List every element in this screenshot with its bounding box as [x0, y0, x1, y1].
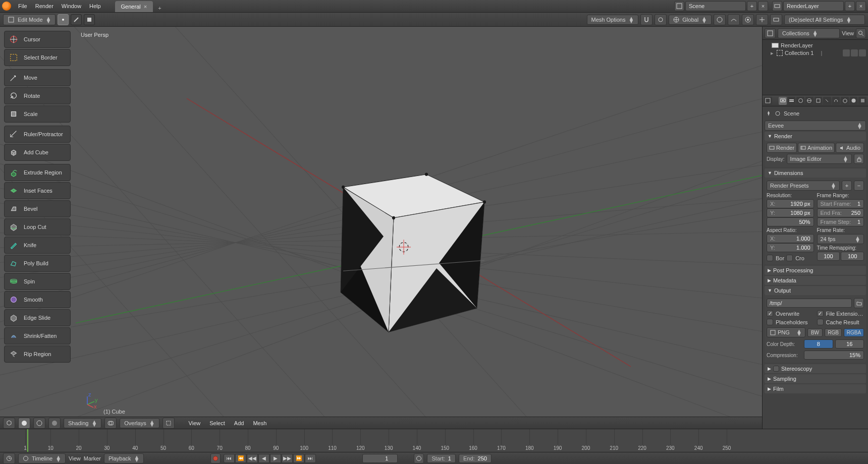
snap-toggle[interactable]	[640, 14, 653, 25]
jump-to-keyframe-prev-button[interactable]: ⏪	[235, 454, 246, 463]
resolution-y-field[interactable]: Y:1080 px	[767, 208, 814, 217]
audio-button[interactable]: Audio	[836, 143, 864, 153]
shading-wire-button[interactable]	[33, 418, 45, 429]
pin-icon[interactable]	[766, 110, 772, 117]
outliner-display-mode-dropdown[interactable]: Collections▲▼	[778, 28, 840, 38]
overlay-toggle[interactable]	[104, 418, 117, 429]
tool-loop-cut[interactable]: Loop Cut	[4, 218, 71, 236]
shading-solid-button[interactable]	[18, 418, 30, 429]
color-depth-16[interactable]: 16	[835, 339, 864, 349]
timeline-mode-dropdown[interactable]: Timeline▲▼	[18, 453, 66, 463]
jump-to-start-button[interactable]: ⏮	[224, 454, 235, 463]
face-select-mode[interactable]	[84, 14, 95, 25]
play-button[interactable]: ▶	[270, 454, 281, 463]
tool-bevel[interactable]: Bevel	[4, 200, 71, 217]
selectable-toggle-icon[interactable]	[851, 49, 858, 56]
snap-element-dropdown[interactable]	[655, 14, 667, 25]
preset-remove-button[interactable]: −	[854, 181, 864, 191]
current-frame-field[interactable]: 1	[362, 454, 398, 463]
resolution-x-field[interactable]: X:1920 px	[767, 199, 814, 208]
menu-window[interactable]: Window	[58, 1, 85, 11]
tool-inset-faces[interactable]: Inset Faces	[4, 182, 71, 199]
viewport-menu-view[interactable]: View	[186, 419, 204, 427]
tool-shrink-fatten[interactable]: Shrink/Fatten	[4, 327, 71, 344]
panel-film[interactable]: ▶Film	[765, 384, 866, 393]
panel-output[interactable]: ▼Output	[765, 286, 866, 295]
disclosure-icon[interactable]: ▸	[770, 50, 775, 56]
viewport-menu-add[interactable]: Add	[231, 419, 247, 427]
scene-add-button[interactable]: +	[747, 1, 757, 11]
timeline-editor-type[interactable]	[3, 453, 15, 464]
tab-object[interactable]	[815, 97, 823, 105]
tab-data[interactable]	[841, 97, 849, 105]
lock-interface-button[interactable]	[854, 154, 864, 164]
tool-poly-build[interactable]: Poly Build	[4, 255, 71, 272]
manipulator-toggle[interactable]	[756, 14, 768, 25]
renderlayer-browse-button[interactable]	[772, 1, 782, 11]
3d-viewport[interactable]: User Persp Cursor Select Border Move Rot…	[0, 27, 762, 429]
frame-step-field[interactable]: Frame Step:1	[817, 217, 864, 226]
panel-stereoscopy[interactable]: ▶Stereoscopy	[765, 364, 866, 373]
renderlayer-delete-button[interactable]: ×	[856, 1, 866, 11]
pivot-point-dropdown[interactable]	[742, 14, 754, 25]
tool-scale[interactable]: Scale	[4, 105, 71, 123]
aspect-y-field[interactable]: Y:1.000	[767, 243, 814, 252]
proportional-falloff-dropdown[interactable]	[728, 14, 740, 25]
transform-orientation-dropdown[interactable]: Global▲▼	[669, 15, 712, 25]
edge-select-mode[interactable]	[71, 14, 82, 25]
mesh-options-dropdown[interactable]: Mesh Options▲▼	[587, 15, 639, 25]
scene-name-field[interactable]: Scene	[685, 1, 746, 11]
close-icon[interactable]: ×	[144, 4, 147, 10]
panel-sampling[interactable]: ▶Sampling	[765, 374, 866, 383]
timeline-menu-view[interactable]: View	[69, 455, 81, 461]
frame-rate-dropdown[interactable]: 24 fps▲▼	[817, 234, 864, 244]
xray-toggle[interactable]	[162, 418, 175, 429]
crop-checkbox[interactable]: Cro	[786, 254, 804, 262]
tool-extrude-region[interactable]: Extrude Region	[4, 164, 71, 181]
color-mode-rgba[interactable]: RGBA	[844, 328, 864, 337]
tool-select-border[interactable]: Select Border	[4, 49, 71, 66]
color-mode-rgb[interactable]: RGB	[825, 328, 842, 337]
placeholders-checkbox[interactable]: Placeholders	[767, 318, 814, 326]
overwrite-checkbox[interactable]: Overwrite	[767, 309, 814, 318]
scene-browse-button[interactable]	[674, 1, 684, 11]
deselect-all-settings-dropdown[interactable]: (De)select All Settings▲▼	[784, 15, 865, 25]
menu-file[interactable]: File	[14, 1, 31, 11]
tab-material[interactable]	[850, 97, 858, 105]
tool-rotate[interactable]: Rotate	[4, 87, 71, 104]
playback-dropdown[interactable]: Playback▲▼	[104, 453, 144, 463]
proportional-edit-toggle[interactable]	[714, 14, 726, 25]
tab-texture[interactable]	[858, 97, 866, 105]
start-frame-field[interactable]: Start Frame:1	[817, 199, 864, 208]
use-preview-range-button[interactable]	[414, 453, 424, 463]
output-path-field[interactable]: /tmp/	[767, 299, 852, 308]
tab-renderlayers[interactable]	[788, 97, 796, 105]
panel-metadata[interactable]: ▶Metadata	[765, 276, 866, 285]
render-button[interactable]: Render	[767, 143, 797, 153]
end-frame-field-timeline[interactable]: End:250	[459, 454, 492, 463]
outliner-editor-type[interactable]	[765, 28, 776, 38]
tab-icon-editor[interactable]	[764, 97, 772, 105]
resolution-percent-field[interactable]: 50%	[767, 217, 814, 226]
tab-modifiers[interactable]	[832, 97, 840, 105]
tool-move[interactable]: Move	[4, 69, 71, 86]
animation-button[interactable]: Animation	[798, 143, 835, 153]
time-remap-old-field[interactable]: 100	[817, 252, 840, 261]
panel-render[interactable]: ▼Render	[765, 132, 866, 141]
cache-result-checkbox[interactable]: Cache Result	[817, 318, 864, 326]
outliner-item-collection1[interactable]: ▸ Collection 1 |	[764, 49, 867, 57]
file-format-dropdown[interactable]: PNG ▲▼	[767, 327, 805, 337]
color-mode-bw[interactable]: BW	[807, 328, 823, 337]
panel-post-processing[interactable]: ▶Post Processing	[765, 266, 866, 275]
renderlayer-add-button[interactable]: +	[845, 1, 855, 11]
editor-type-dropdown[interactable]	[3, 418, 15, 429]
workspace-tab-general[interactable]: General ×	[115, 1, 153, 12]
tool-edge-slide[interactable]: Edge Slide	[4, 309, 71, 326]
outliner-item-renderlayer[interactable]: RenderLayer	[764, 42, 867, 49]
render-toggle-icon[interactable]	[859, 49, 866, 56]
color-depth-8[interactable]: 8	[804, 339, 833, 349]
viewport-menu-mesh[interactable]: Mesh	[250, 419, 269, 427]
mode-dropdown[interactable]: Edit Mode ▲▼	[3, 14, 56, 25]
add-workspace-button[interactable]: +	[155, 4, 164, 12]
timeline-ruler[interactable]: 1102030405060708090100110120130140150160…	[0, 429, 868, 452]
